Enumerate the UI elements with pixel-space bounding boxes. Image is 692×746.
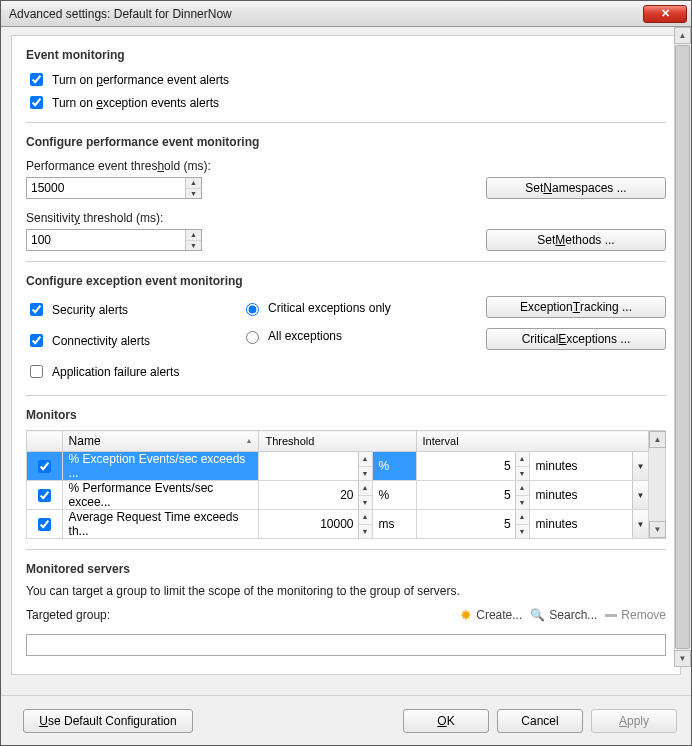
row-name: % Performance Events/sec excee... [63, 481, 259, 509]
spin-down-icon[interactable]: ▼ [359, 525, 372, 539]
exception-tracking-button[interactable]: Exception Tracking ... [486, 296, 666, 318]
row-threshold-spinner[interactable]: ▲▼ [259, 510, 371, 538]
spin-down-icon[interactable]: ▼ [516, 525, 529, 539]
set-methods-button[interactable]: Set Methods ... [486, 229, 666, 251]
col-name[interactable]: Name▲ [62, 431, 259, 452]
sensitivity-threshold-spinner[interactable]: ▲▼ [26, 229, 202, 251]
spin-up-icon[interactable]: ▲ [516, 452, 529, 467]
row-interval-unit-select[interactable]: minutes▼ [530, 452, 648, 480]
remove-group-link: Remove [605, 608, 666, 622]
apply-button: Apply [591, 709, 677, 733]
section-header: Configure exception event monitoring [26, 274, 666, 288]
perf-threshold-input[interactable] [27, 178, 185, 198]
spin-up-icon[interactable]: ▲ [359, 510, 372, 525]
monitors-table[interactable]: Name▲ Threshold Interval % Exception Eve… [26, 430, 649, 539]
scroll-pane: Event monitoring Turn on performance eve… [11, 35, 681, 675]
spin-up-icon[interactable]: ▲ [359, 452, 372, 467]
application-failure-alerts-checkbox[interactable]: Application failure alerts [26, 362, 196, 381]
security-alerts-checkbox[interactable]: Security alerts [26, 300, 196, 319]
row-interval-unit-select[interactable]: minutes▼ [530, 510, 648, 538]
row-threshold-unit: ms [373, 517, 416, 531]
col-threshold[interactable]: Threshold [259, 431, 416, 452]
titlebar: Advanced settings: Default for DinnerNow… [1, 1, 691, 27]
row-interval-spinner[interactable]: ▲▼ [417, 510, 529, 538]
exception-alerts-checkbox[interactable]: Turn on exception events alerts [26, 93, 666, 112]
ok-button[interactable]: OK [403, 709, 489, 733]
scroll-down-icon[interactable]: ▼ [649, 521, 666, 538]
row-interval-spinner[interactable]: ▲▼ [417, 481, 529, 509]
connectivity-alerts-checkbox[interactable]: Connectivity alerts [26, 331, 196, 350]
performance-alerts-input[interactable] [30, 73, 43, 86]
col-checkbox[interactable] [27, 431, 63, 452]
section-configure-exception: Configure exception event monitoring Sec… [26, 274, 666, 385]
table-header-row: Name▲ Threshold Interval [27, 431, 649, 452]
performance-alerts-checkbox[interactable]: Turn on performance event alerts [26, 70, 666, 89]
scroll-thumb[interactable] [675, 45, 690, 649]
divider [26, 122, 666, 123]
row-interval-unit-select[interactable]: minutes▼ [530, 481, 648, 509]
monitored-servers-description: You can target a group to limit the scop… [26, 584, 666, 598]
row-threshold-spinner[interactable]: ▲▼ [259, 452, 371, 480]
spin-down-icon[interactable]: ▼ [186, 189, 201, 199]
row-checkbox[interactable] [27, 452, 62, 480]
row-interval-spinner[interactable]: ▲▼ [417, 452, 529, 480]
starburst-icon: ✸ [460, 608, 472, 622]
search-group-link[interactable]: 🔍Search... [530, 608, 597, 622]
row-checkbox[interactable] [27, 510, 62, 538]
table-row[interactable]: Average Request Time exceeds th...▲▼ms▲▼… [27, 510, 649, 539]
critical-exceptions-button[interactable]: Critical Exceptions ... [486, 328, 666, 350]
spin-down-icon[interactable]: ▼ [186, 241, 201, 251]
perf-threshold-spinner[interactable]: ▲▼ [26, 177, 202, 199]
targeted-group-label: Targeted group: [26, 608, 110, 622]
cancel-button[interactable]: Cancel [497, 709, 583, 733]
section-header: Event monitoring [26, 48, 666, 62]
all-exceptions-radio[interactable]: All exceptions [241, 328, 441, 344]
targeted-group-input[interactable] [26, 634, 666, 656]
dialog-window: Advanced settings: Default for DinnerNow… [0, 0, 692, 746]
content-area: Event monitoring Turn on performance eve… [1, 27, 691, 695]
table-scrollbar[interactable]: ▲ ▼ [649, 430, 666, 539]
remove-icon [605, 614, 617, 617]
use-default-configuration-button[interactable]: Use Default Configuration [23, 709, 193, 733]
chevron-down-icon: ▼ [632, 510, 648, 538]
row-name: % Exception Events/sec exceeds ... [63, 452, 259, 480]
main-scrollbar[interactable]: ▲ ▼ [674, 27, 691, 667]
spin-up-icon[interactable]: ▲ [186, 178, 201, 189]
section-monitors: Monitors Name▲ Threshold Interval [26, 408, 666, 539]
row-threshold-unit: % [373, 459, 416, 473]
spin-down-icon[interactable]: ▼ [516, 496, 529, 510]
spin-up-icon[interactable]: ▲ [359, 481, 372, 496]
row-threshold-spinner[interactable]: ▲▼ [259, 481, 371, 509]
spin-up-icon[interactable]: ▲ [516, 481, 529, 496]
sensitivity-threshold-label: Sensitivity threshold (ms): [26, 211, 266, 225]
scroll-up-icon[interactable]: ▲ [649, 431, 666, 448]
critical-exceptions-only-radio[interactable]: Critical exceptions only [241, 300, 441, 316]
spin-down-icon[interactable]: ▼ [359, 496, 372, 510]
section-monitored-servers: Monitored servers You can target a group… [26, 562, 666, 656]
close-button[interactable]: ✕ [643, 5, 687, 23]
table-row[interactable]: % Exception Events/sec exceeds ...▲▼%▲▼m… [27, 452, 649, 481]
spin-up-icon[interactable]: ▲ [516, 510, 529, 525]
sort-asc-icon: ▲ [246, 437, 253, 444]
scroll-up-icon[interactable]: ▲ [674, 27, 691, 44]
chevron-down-icon: ▼ [632, 452, 648, 480]
set-namespaces-button[interactable]: Set Namespaces ... [486, 177, 666, 199]
perf-threshold-label: Performance event threshold (ms): [26, 159, 266, 173]
row-checkbox[interactable] [27, 481, 62, 509]
search-icon: 🔍 [530, 608, 545, 622]
section-event-monitoring: Event monitoring Turn on performance eve… [26, 48, 666, 112]
exception-alerts-input[interactable] [30, 96, 43, 109]
col-interval[interactable]: Interval [416, 431, 649, 452]
spin-down-icon[interactable]: ▼ [516, 467, 529, 481]
table-row[interactable]: % Performance Events/sec excee...▲▼%▲▼mi… [27, 481, 649, 510]
close-icon: ✕ [661, 8, 670, 19]
create-group-link[interactable]: ✸Create... [460, 608, 522, 622]
divider [26, 395, 666, 396]
sensitivity-threshold-input[interactable] [27, 230, 185, 250]
divider [26, 549, 666, 550]
scroll-down-icon[interactable]: ▼ [674, 650, 691, 667]
section-configure-performance: Configure performance event monitoring P… [26, 135, 666, 251]
divider [26, 261, 666, 262]
spin-down-icon[interactable]: ▼ [359, 467, 372, 481]
spin-up-icon[interactable]: ▲ [186, 230, 201, 241]
